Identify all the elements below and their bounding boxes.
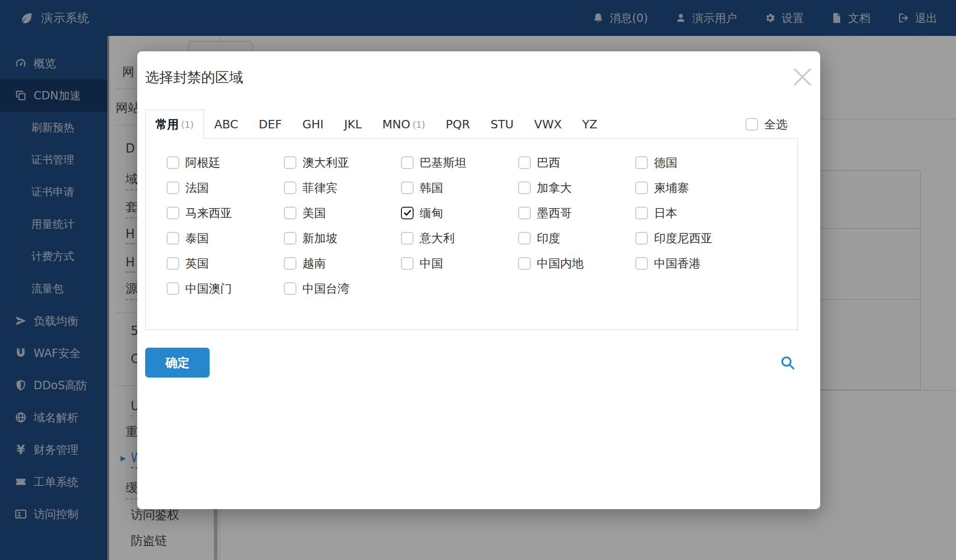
checkbox-unchecked[interactable] — [284, 232, 296, 245]
checkbox-unchecked[interactable] — [167, 257, 179, 270]
select-all[interactable]: 全选 — [745, 117, 787, 132]
checkbox-unchecked[interactable] — [284, 156, 296, 169]
region-label: 中国澳门 — [185, 281, 232, 296]
tab-label: YZ — [582, 118, 597, 131]
checkbox-unchecked[interactable] — [284, 182, 296, 194]
tab-jkl[interactable]: JKL — [334, 110, 372, 139]
checkbox-unchecked[interactable] — [401, 156, 414, 169]
region-checkbox-item[interactable]: 加拿大 — [518, 180, 635, 196]
region-label: 柬埔寨 — [654, 180, 689, 196]
region-label: 缅甸 — [420, 205, 443, 221]
tab-yz[interactable]: YZ — [572, 110, 607, 139]
region-label: 意大利 — [420, 231, 455, 246]
tab-label: GHI — [302, 118, 324, 131]
region-label: 阿根廷 — [185, 155, 220, 170]
region-checkbox-item[interactable]: 中国澳门 — [167, 281, 284, 296]
checkbox-unchecked[interactable] — [401, 232, 414, 245]
app-root: 演示系统 消息(0)演示用户设置文档退出 概览CDN加速刷新预热证书管理证书申请… — [0, 0, 956, 560]
checkbox-unchecked[interactable] — [518, 156, 531, 169]
checkbox-unchecked[interactable] — [284, 207, 296, 219]
region-label: 日本 — [654, 205, 677, 221]
region-checkbox-item[interactable]: 新加坡 — [284, 231, 401, 246]
tab-mno[interactable]: MNO(1) — [372, 110, 436, 139]
tab-label: VWX — [534, 118, 562, 131]
select-all-checkbox[interactable] — [745, 118, 758, 131]
checkbox-unchecked[interactable] — [167, 156, 179, 169]
region-checkbox-item[interactable]: 法国 — [167, 180, 284, 196]
checkbox-unchecked[interactable] — [401, 257, 414, 270]
checkbox-unchecked[interactable] — [284, 257, 296, 270]
tab-label: JKL — [344, 118, 362, 131]
tab-count: (1) — [413, 119, 425, 130]
region-checkbox-item[interactable]: 阿根廷 — [167, 155, 284, 170]
region-checkbox-item[interactable]: 马来西亚 — [167, 205, 284, 221]
region-checkbox-item[interactable]: 菲律宾 — [284, 180, 401, 196]
checkbox-unchecked[interactable] — [167, 182, 179, 194]
tab-stu[interactable]: STU — [480, 110, 524, 139]
region-checkbox-item[interactable]: 巴基斯坦 — [401, 155, 518, 170]
region-checkbox-item[interactable]: 意大利 — [401, 231, 518, 246]
checkbox-unchecked[interactable] — [284, 282, 296, 295]
checkbox-unchecked[interactable] — [518, 232, 531, 245]
region-checkbox-item[interactable]: 美国 — [284, 205, 401, 221]
checkbox-unchecked[interactable] — [635, 182, 648, 194]
tab-count: (1) — [181, 119, 194, 130]
tab-def[interactable]: DEF — [248, 110, 292, 139]
region-checkbox-item[interactable]: 中国 — [401, 256, 518, 271]
region-checkbox-item[interactable]: 韩国 — [401, 180, 518, 196]
checkbox-unchecked[interactable] — [518, 182, 531, 194]
checkbox-unchecked[interactable] — [167, 232, 179, 245]
checkbox-unchecked[interactable] — [635, 207, 648, 219]
region-label: 德国 — [654, 155, 677, 170]
checkbox-checked[interactable] — [401, 207, 414, 219]
tab-label: 常用 — [155, 117, 179, 132]
tab-label: ABC — [214, 118, 238, 131]
region-label: 法国 — [185, 180, 209, 196]
checkbox-unchecked[interactable] — [635, 257, 648, 270]
region-checkbox-item[interactable]: 日本 — [635, 205, 752, 221]
tab-label: STU — [491, 118, 513, 131]
region-checkbox-item[interactable]: 英国 — [167, 256, 284, 271]
tab-abc[interactable]: ABC — [204, 110, 248, 139]
search-icon[interactable] — [779, 354, 796, 371]
region-label: 中国香港 — [654, 256, 701, 271]
region-checkbox-item[interactable]: 中国内地 — [518, 256, 635, 271]
tab-ghi[interactable]: GHI — [292, 110, 334, 139]
checkbox-unchecked[interactable] — [167, 207, 179, 219]
region-checkbox-item[interactable]: 德国 — [635, 155, 752, 170]
checkbox-unchecked[interactable] — [635, 232, 648, 245]
region-checkbox-item[interactable]: 泰国 — [167, 231, 284, 246]
checkbox-unchecked[interactable] — [518, 207, 531, 219]
region-checkbox-item[interactable]: 中国香港 — [635, 256, 752, 271]
region-label: 巴基斯坦 — [420, 155, 466, 170]
region-select-modal: 选择封禁的区域 常用(1)ABCDEFGHIJKLMNO(1)PQRSTUVWX… — [137, 51, 820, 509]
region-label: 印度 — [537, 231, 560, 246]
tab-label: MNO — [382, 118, 410, 131]
region-label: 越南 — [302, 256, 326, 271]
region-checkbox-item[interactable]: 缅甸 — [401, 205, 518, 221]
region-checkbox-item[interactable]: 澳大利亚 — [284, 155, 401, 170]
confirm-button[interactable]: 确定 — [145, 348, 210, 378]
region-checkbox-item[interactable]: 印度 — [518, 231, 635, 246]
region-checkbox-item[interactable]: 墨西哥 — [518, 205, 635, 221]
checkbox-unchecked[interactable] — [401, 182, 414, 194]
region-label: 美国 — [302, 205, 326, 221]
tab-vwx[interactable]: VWX — [524, 110, 572, 139]
tab-pqr[interactable]: PQR — [436, 110, 480, 139]
region-checkbox-item[interactable]: 巴西 — [518, 155, 635, 170]
checkbox-unchecked[interactable] — [635, 156, 648, 169]
tab-strip: 常用(1)ABCDEFGHIJKLMNO(1)PQRSTUVWXYZ — [145, 110, 608, 139]
checkbox-unchecked[interactable] — [518, 257, 531, 270]
region-label: 泰国 — [185, 231, 209, 246]
region-checkbox-item[interactable]: 柬埔寨 — [635, 180, 752, 196]
region-checkbox-item[interactable]: 中国台湾 — [284, 281, 401, 296]
select-all-label: 全选 — [764, 117, 787, 132]
region-checkbox-item[interactable]: 印度尼西亚 — [635, 231, 752, 246]
region-label: 印度尼西亚 — [654, 231, 712, 246]
region-label: 中国内地 — [537, 256, 583, 271]
close-icon[interactable] — [788, 63, 816, 91]
region-checkbox-item[interactable]: 越南 — [284, 256, 401, 271]
tab-common[interactable]: 常用(1) — [145, 110, 204, 139]
region-label: 菲律宾 — [302, 180, 337, 196]
checkbox-unchecked[interactable] — [167, 282, 179, 295]
